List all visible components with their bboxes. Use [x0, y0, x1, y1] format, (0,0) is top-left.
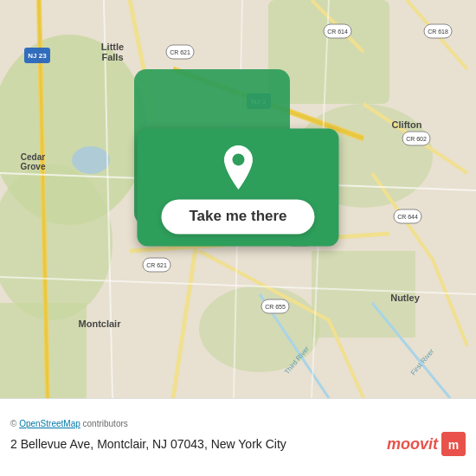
svg-text:Grove: Grove [21, 162, 46, 171]
svg-point-46 [232, 153, 244, 165]
svg-text:Falls: Falls [101, 52, 123, 62]
svg-text:CR 621: CR 621 [146, 262, 167, 268]
svg-text:CR 602: CR 602 [406, 136, 427, 142]
moovit-logo[interactable]: moovit m [387, 432, 466, 456]
attribution-row: © OpenStreetMap contributors [10, 419, 466, 428]
svg-text:Nutley: Nutley [390, 293, 421, 303]
take-me-there-button[interactable]: Take me there [161, 199, 314, 234]
map-container: NJ 23 NJ 3 CR 621 CR 621 CR 509 CR 655 C… [0, 0, 476, 398]
moovit-icon: m [441, 432, 466, 456]
svg-text:CR 644: CR 644 [397, 214, 418, 220]
svg-text:CR 621: CR 621 [170, 49, 190, 55]
green-card: Take me there [137, 128, 338, 246]
svg-text:m: m [448, 438, 459, 452]
bottom-bar: © OpenStreetMap contributors 2 Bellevue … [0, 398, 476, 476]
svg-text:Little: Little [101, 42, 124, 52]
address-row: 2 Bellevue Ave, Montclair, NJ 07043, New… [10, 432, 466, 456]
svg-text:CR 614: CR 614 [327, 29, 348, 35]
button-overlay: Take me there [137, 128, 338, 246]
address-text: 2 Bellevue Ave, Montclair, NJ 07043, New… [10, 437, 286, 451]
svg-text:Clifton: Clifton [392, 119, 422, 130]
osm-link[interactable]: OpenStreetMap [19, 419, 80, 428]
svg-point-8 [72, 146, 110, 174]
moovit-text: moovit [387, 435, 438, 453]
attribution-suffix: contributors [80, 419, 128, 428]
svg-text:NJ 23: NJ 23 [28, 52, 47, 60]
svg-text:CR 618: CR 618 [428, 29, 448, 35]
attribution-prefix: © [10, 419, 19, 428]
svg-text:CR 655: CR 655 [265, 304, 286, 310]
svg-text:Cedar: Cedar [21, 152, 45, 162]
svg-text:Montclair: Montclair [79, 318, 122, 329]
location-pin-icon [219, 144, 257, 190]
